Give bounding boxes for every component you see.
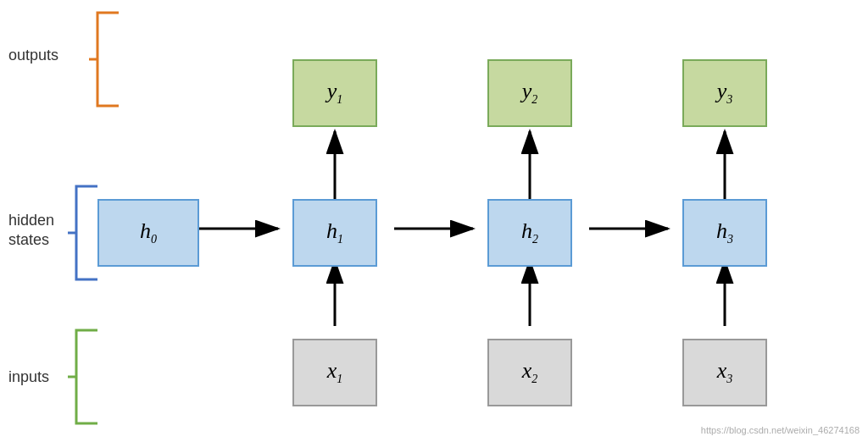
h1-sub: 1	[337, 234, 343, 246]
y1-label: y1	[327, 79, 343, 107]
x3-sub: 3	[726, 373, 732, 386]
box-x3: x3	[682, 339, 767, 406]
hidden-states-label-1: hidden	[8, 212, 54, 229]
outputs-label: outputs	[8, 47, 58, 64]
x2-label: x2	[522, 358, 538, 386]
box-x2: x2	[487, 339, 572, 406]
box-y3: y3	[682, 59, 767, 127]
y2-label: y2	[522, 79, 538, 107]
box-h1: h1	[292, 199, 377, 267]
y3-sub: 3	[726, 94, 732, 107]
h3-sub: 3	[727, 234, 733, 246]
x2-sub: 2	[531, 373, 537, 386]
box-h3: h3	[682, 199, 767, 267]
x3-label: x3	[717, 358, 733, 386]
h0-sub: 0	[151, 234, 157, 246]
watermark: https://blog.csdn.net/weixin_46274168	[701, 425, 860, 435]
box-h0: h0	[97, 199, 199, 267]
box-h2: h2	[487, 199, 572, 267]
hidden-states-label-2: states	[8, 231, 49, 249]
h1-label: h1	[326, 218, 343, 246]
box-y2: y2	[487, 59, 572, 127]
x1-sub: 1	[337, 373, 342, 386]
y2-sub: 2	[531, 94, 537, 107]
box-x1: x1	[292, 339, 377, 406]
rnn-diagram: y1 y2 y3 h0 h1 h2 h3 x1 x2 x3 outputs hi…	[0, 0, 868, 442]
y1-sub: 1	[337, 94, 342, 107]
x1-label: x1	[327, 358, 343, 386]
outputs-bracket	[85, 8, 127, 110]
inputs-bracket	[64, 326, 106, 428]
h2-sub: 2	[532, 234, 538, 246]
y3-label: y3	[717, 79, 733, 107]
h0-label: h0	[140, 218, 157, 246]
h3-label: h3	[716, 218, 733, 246]
inputs-label: inputs	[8, 368, 49, 386]
h2-label: h2	[521, 218, 538, 246]
box-y1: y1	[292, 59, 377, 127]
